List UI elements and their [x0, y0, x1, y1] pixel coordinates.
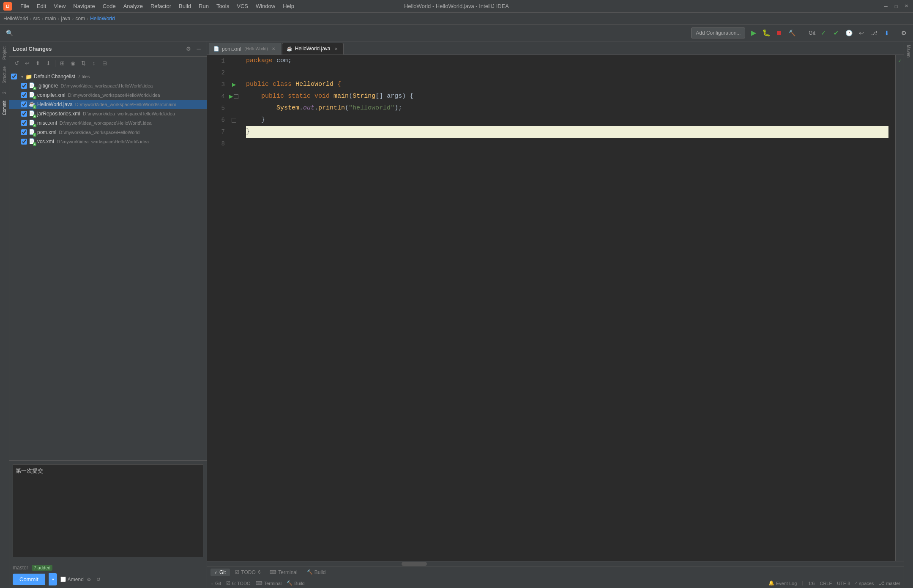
menu-file[interactable]: File — [17, 2, 33, 10]
run-icon-line-4[interactable]: ▶ — [229, 93, 233, 99]
file-misc-xml[interactable]: 📄 + misc.xml D:\mywork\idea_workspace\He… — [9, 118, 207, 128]
vcs-undo-btn[interactable]: ↩ — [22, 59, 32, 68]
status-indent[interactable]: 4 spaces — [855, 580, 874, 586]
vcs-sort-btn[interactable]: ⇅ — [79, 59, 88, 68]
commit-message-input[interactable]: 第一次提交 — [13, 464, 203, 557]
build-button[interactable]: 🔨 — [786, 27, 798, 39]
gitignore-checkbox[interactable] — [21, 83, 27, 89]
scrollbar-thumb[interactable] — [402, 562, 427, 566]
menu-code[interactable]: Code — [99, 2, 119, 10]
menu-help[interactable]: Help — [279, 2, 298, 10]
commit-dropdown-button[interactable]: ▾ — [49, 573, 57, 585]
status-line-ending[interactable]: CRLF — [820, 580, 832, 586]
panel-settings-btn[interactable]: ⚙ — [184, 44, 193, 54]
debug-button[interactable]: 🐛 — [760, 27, 772, 39]
file-helloworld-java[interactable]: ☕ + HelloWorld.java D:\mywork\idea_works… — [9, 100, 207, 109]
status-encoding[interactable]: UTF-8 — [837, 580, 850, 586]
breadcrumb-item-helloworld[interactable]: HelloWorld — [3, 16, 28, 22]
status-line-col[interactable]: 1:6 — [808, 580, 815, 586]
stop-button[interactable]: ⏹ — [773, 27, 785, 39]
git-branch-button[interactable]: ⎇ — [868, 27, 880, 39]
file-jar-repositories-xml[interactable]: 📄 + jarRepositories.xml D:\mywork\idea_w… — [9, 109, 207, 118]
side-tab-structure[interactable]: Structure — [1, 63, 8, 87]
event-log-item[interactable]: 🔔 Event Log — [768, 580, 797, 586]
bottom-tab-git[interactable]: ⑃ Git — [210, 569, 230, 576]
panel-close-btn[interactable]: ─ — [194, 44, 203, 54]
menu-analyze[interactable]: Analyze — [120, 2, 146, 10]
right-tab-maven[interactable]: Maven — [905, 41, 912, 61]
file-pom-xml[interactable]: 📄 + pom.xml D:\mywork\idea_workspace\Hel… — [9, 128, 207, 137]
toolbar-search-btn[interactable]: 🔍 — [3, 27, 15, 39]
menu-view[interactable]: View — [50, 2, 69, 10]
amend-gear-button[interactable]: ⚙ — [85, 576, 93, 583]
breadcrumb-item-main[interactable]: main — [45, 16, 56, 22]
menu-window[interactable]: Window — [252, 2, 279, 10]
side-tab-commit[interactable]: Commit — [1, 97, 8, 118]
file-compiler-xml[interactable]: 📄 + compiler.xml D:\mywork\idea_workspac… — [9, 90, 207, 100]
changelist-root[interactable]: ▾ 📁 Default Changelist 7 files — [9, 72, 207, 81]
compiler-xml-checkbox[interactable] — [21, 92, 27, 98]
file-vcs-xml[interactable]: 📄 + vcs.xml D:\mywork\idea_workspace\Hel… — [9, 137, 207, 146]
vcs-xml-checkbox[interactable] — [21, 139, 27, 145]
jar-xml-checkbox[interactable] — [21, 111, 27, 117]
git-tick-button[interactable]: ✔ — [830, 27, 842, 39]
status-git-icon[interactable]: ⑃ Git — [210, 581, 221, 586]
amend-checkbox[interactable] — [60, 577, 66, 582]
vcs-group-btn[interactable]: ⊞ — [57, 59, 67, 68]
menu-navigate[interactable]: Navigate — [70, 2, 98, 10]
add-configuration-button[interactable]: Add Configuration... — [691, 27, 745, 38]
changelist-checkbox[interactable] — [11, 74, 17, 79]
breadcrumb-item-current[interactable]: HelloWorld — [90, 16, 115, 22]
code-lines[interactable]: package com; public class HelloWorld { p… — [239, 55, 895, 561]
bottom-tab-build[interactable]: 🔨 Build — [303, 569, 330, 576]
git-rollback-button[interactable]: ↩ — [856, 27, 867, 39]
helloworld-java-filename: HelloWorld.java — [37, 101, 73, 107]
changelist-toggle[interactable]: ▾ — [19, 73, 25, 80]
commit-button[interactable]: Commit — [13, 574, 45, 585]
side-tab-2[interactable]: 2: — [1, 87, 8, 97]
status-branch[interactable]: ⎇ master — [879, 580, 900, 586]
file-gitignore[interactable]: 📄 + .gitignore D:\mywork\idea_workspace\… — [9, 81, 207, 90]
run-icon-line-3[interactable]: ▶ — [232, 82, 236, 88]
menu-vcs[interactable]: VCS — [233, 2, 251, 10]
breadcrumb-item-java[interactable]: java — [61, 16, 70, 22]
helloworld-java-tab-close[interactable]: ✕ — [333, 46, 339, 52]
horizontal-scrollbar[interactable] — [207, 561, 904, 566]
side-tab-project[interactable]: Project — [1, 43, 8, 63]
git-check-button[interactable]: ✓ — [817, 27, 829, 39]
status-todo-item[interactable]: ☑ 6: TODO — [226, 580, 251, 586]
vcs-unshelve-btn[interactable]: ⬇ — [44, 59, 53, 68]
bottom-tab-todo[interactable]: ☑ TODO 6 — [231, 569, 265, 576]
breadcrumb-item-com[interactable]: com — [76, 16, 85, 22]
close-button[interactable]: ✕ — [903, 3, 910, 10]
amend-refresh-button[interactable]: ↺ — [95, 576, 102, 583]
tab-helloworld-java[interactable]: ☕ HelloWorld.java ✕ — [282, 43, 344, 55]
menu-tools[interactable]: Tools — [213, 2, 232, 10]
vcs-collapseall-btn[interactable]: ⊟ — [100, 59, 109, 68]
pom-xml-tab-close[interactable]: ✕ — [271, 46, 276, 52]
tab-pom-xml[interactable]: 📄 pom.xml (HelloWorld) ✕ — [209, 43, 281, 55]
bottom-tab-terminal[interactable]: ⌨ Terminal — [265, 569, 301, 576]
line-numbers: 1 2 3 4 5 6 7 8 — [207, 55, 228, 561]
helloworld-java-checkbox[interactable] — [21, 101, 27, 107]
minimize-button[interactable]: ─ — [883, 3, 889, 10]
menu-refactor[interactable]: Refactor — [147, 2, 175, 10]
vcs-shelve-btn[interactable]: ⬆ — [33, 59, 42, 68]
menu-edit[interactable]: Edit — [33, 2, 49, 10]
menu-build[interactable]: Build — [175, 2, 194, 10]
settings-button[interactable]: ⚙ — [898, 27, 910, 39]
code-editor[interactable]: 1 2 3 4 5 6 7 8 ▶ ▶ — [207, 55, 904, 561]
misc-xml-checkbox[interactable] — [21, 120, 27, 126]
git-download-button[interactable]: ⬇ — [881, 27, 893, 39]
maximize-button[interactable]: □ — [893, 3, 899, 10]
breadcrumb-item-src[interactable]: src — [33, 16, 40, 22]
git-history-button[interactable]: 🕐 — [843, 27, 855, 39]
pom-xml-checkbox[interactable] — [21, 129, 27, 135]
vcs-eye-btn[interactable]: ◉ — [68, 59, 77, 68]
status-build-item[interactable]: 🔨 Build — [287, 580, 304, 586]
vcs-expandall-btn[interactable]: ↕ — [89, 59, 98, 68]
run-button[interactable]: ▶ — [748, 27, 760, 39]
status-terminal-item[interactable]: ⌨ Terminal — [256, 580, 282, 586]
vcs-refresh-btn[interactable]: ↺ — [12, 59, 21, 68]
menu-run[interactable]: Run — [195, 2, 212, 10]
